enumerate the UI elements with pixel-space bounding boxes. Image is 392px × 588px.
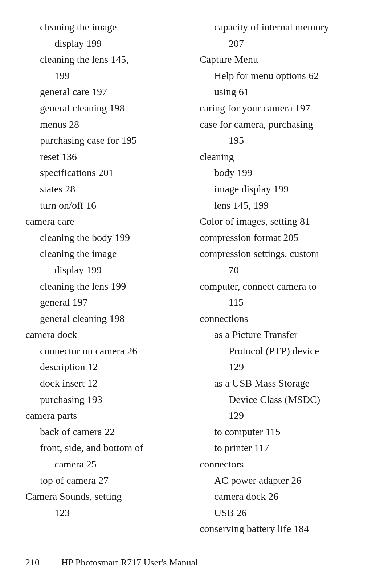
index-entry: cleaning the image — [25, 20, 185, 35]
index-entry: 70 — [200, 263, 367, 278]
index-entry: description 12 — [25, 360, 185, 375]
index-entry: compression settings, custom — [200, 246, 367, 261]
index-entry: Color of images, setting 81 — [200, 214, 367, 229]
index-entry: 207 — [200, 36, 367, 51]
index-entry: AC power adapter 26 — [200, 473, 367, 488]
index-entry: general 197 — [25, 295, 185, 310]
index-entry: dock insert 12 — [25, 376, 185, 391]
index-entry: case for camera, purchasing — [200, 117, 367, 132]
index-entry: general care 197 — [25, 85, 185, 99]
index-entry: cleaning the lens 199 — [25, 279, 185, 294]
index-entry: general cleaning 198 — [25, 101, 185, 116]
index-entry: 123 — [25, 506, 185, 520]
index-entry: caring for your camera 197 — [200, 101, 367, 116]
index-entry: purchasing case for 195 — [25, 133, 185, 148]
index-entry: camera dock — [25, 327, 185, 342]
index-entry: front, side, and bottom of — [25, 441, 185, 456]
index-entry: camera 25 — [25, 457, 185, 472]
index-entry: general cleaning 198 — [25, 311, 185, 326]
index-entry: purchasing 193 — [25, 392, 185, 407]
index-entry: camera dock 26 — [200, 489, 367, 504]
index-entry: connectors — [200, 457, 367, 472]
index-entry: as a USB Mass Storage — [200, 376, 367, 391]
index-entry: reset 136 — [25, 150, 185, 164]
index-entry: Device Class (MSDC) — [200, 392, 367, 407]
index-entry: Capture Menu — [200, 52, 367, 67]
index-entry: 115 — [200, 295, 367, 310]
index-entry: states 28 — [25, 182, 185, 197]
index-entry: conserving battery life 184 — [200, 522, 367, 536]
right-column: capacity of internal memory207Capture Me… — [196, 20, 367, 538]
index-entry: 199 — [25, 69, 185, 83]
index-entry: Camera Sounds, setting — [25, 489, 185, 504]
index-entry: connector on camera 26 — [25, 344, 185, 359]
index-entry: cleaning — [200, 150, 367, 164]
index-entry: lens 145, 199 — [200, 198, 367, 213]
index-entry: display 199 — [25, 36, 185, 51]
index-entry: camera parts — [25, 408, 185, 423]
page: cleaning the imagedisplay 199cleaning th… — [0, 0, 392, 588]
index-entry: Protocol (PTP) device — [200, 344, 367, 359]
index-entry: Help for menu options 62 — [200, 69, 367, 83]
index-entry: cleaning the lens 145, — [25, 52, 185, 67]
index-entry: display 199 — [25, 263, 185, 278]
index-entry: as a Picture Transfer — [200, 327, 367, 342]
index-entry: camera care — [25, 214, 185, 229]
index-entry: cleaning the image — [25, 246, 185, 261]
index-entry: using 61 — [200, 85, 367, 99]
index-entry: USB 26 — [200, 506, 367, 520]
index-entry: capacity of internal memory — [200, 20, 367, 35]
left-column: cleaning the imagedisplay 199cleaning th… — [25, 20, 196, 538]
index-entry: turn on/off 16 — [25, 198, 185, 213]
index-entry: cleaning the body 199 — [25, 230, 185, 245]
index-entry: 195 — [200, 133, 367, 148]
index-entry: menus 28 — [25, 117, 185, 132]
index-entry: specifications 201 — [25, 166, 185, 180]
footer: 210 HP Photosmart R717 User's Manual — [25, 557, 367, 568]
index-entry: to printer 117 — [200, 441, 367, 456]
index-entry: compression format 205 — [200, 230, 367, 245]
index-entry: image display 199 — [200, 182, 367, 197]
index-entry: body 199 — [200, 166, 367, 180]
index-entry: to computer 115 — [200, 425, 367, 440]
footer-title: HP Photosmart R717 User's Manual — [61, 557, 198, 568]
index-entry: top of camera 27 — [25, 473, 185, 488]
index-entry: back of camera 22 — [25, 425, 185, 440]
index-entry: computer, connect camera to — [200, 279, 367, 294]
content-area: cleaning the imagedisplay 199cleaning th… — [25, 20, 367, 538]
index-entry: 129 — [200, 408, 367, 423]
index-entry: 129 — [200, 360, 367, 375]
index-entry: connections — [200, 311, 367, 326]
page-number: 210 — [25, 557, 40, 568]
